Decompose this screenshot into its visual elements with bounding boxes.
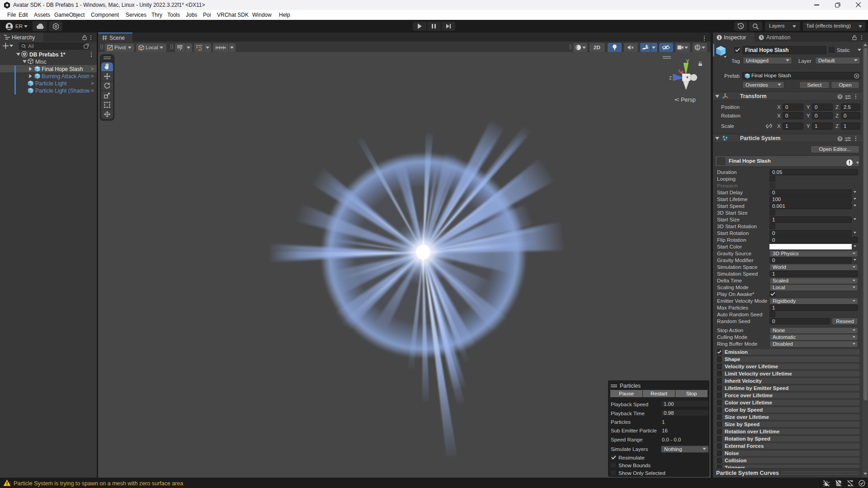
svg-text:x: x: [678, 68, 680, 73]
svg-text:?: ?: [839, 94, 841, 99]
svg-text:z: z: [669, 75, 672, 81]
svg-text:?: ?: [839, 136, 841, 141]
svg-text:y: y: [686, 57, 689, 64]
